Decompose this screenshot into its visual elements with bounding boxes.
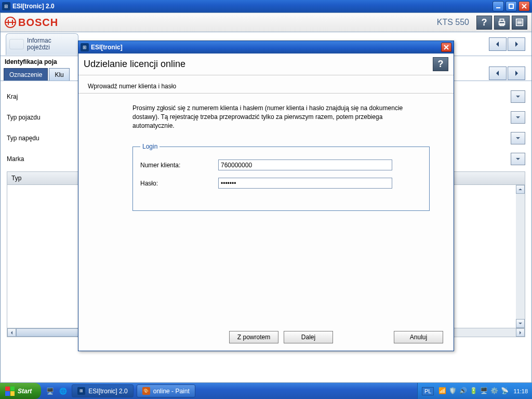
tray-icon[interactable]: 📶: [438, 387, 446, 395]
main-tab-prev[interactable]: [489, 37, 507, 51]
taskbar-task-esitronic[interactable]: ⊞ESI[tronic] 2.0: [72, 384, 133, 397]
header-bar: BOSCH KTS 550 ?: [1, 13, 531, 32]
bosch-wordmark: BOSCH: [18, 17, 58, 29]
login-fieldset: Login Numer klienta: Hasło:: [132, 143, 430, 211]
tray-icon[interactable]: 🖥️: [480, 387, 488, 395]
tray-icon[interactable]: ⚙️: [490, 387, 498, 395]
label-typ-napedu: Typ napędu: [7, 135, 74, 142]
task-label-0: ESI[tronic] 2.0: [88, 388, 127, 395]
scroll-up-icon[interactable]: [516, 185, 525, 194]
tab-vehicle-info-l1: Informac: [27, 37, 51, 44]
car-icon: [9, 39, 24, 49]
taskbar-task-paint[interactable]: 🎨online - Paint: [137, 384, 195, 397]
input-haslo[interactable]: [218, 178, 392, 189]
label-marka: Marka: [7, 155, 74, 163]
start-button[interactable]: Start: [0, 383, 41, 399]
type-list-vscroll[interactable]: [516, 185, 525, 328]
language-indicator[interactable]: PL: [422, 387, 434, 395]
dialog-button-row: Z powrotem Dalej Anuluj: [78, 331, 454, 343]
login-legend: Login: [140, 143, 159, 150]
dialog-subheading: Wprowadź numer klienta i hasło: [78, 75, 454, 94]
scroll-down-icon[interactable]: [516, 319, 525, 328]
svg-rect-2: [500, 19, 503, 22]
quicklaunch-desktop-icon[interactable]: 🖥️: [44, 385, 56, 397]
task-icon: 🎨: [142, 387, 150, 395]
windows-flag-icon: [5, 387, 15, 396]
tray-icon[interactable]: 📡: [501, 387, 509, 395]
next-button[interactable]: Dalej: [284, 331, 333, 343]
label-numer-klienta: Numer klienta:: [140, 162, 218, 169]
task-icon: ⊞: [77, 387, 85, 395]
dialog-header: Udzielanie licencji online ?: [78, 54, 454, 75]
dialog-instruction: Prosimy zgłosić się z numerem klienta i …: [78, 94, 454, 130]
menu-button[interactable]: [512, 16, 527, 30]
tray-icon[interactable]: 🛡️: [449, 387, 457, 395]
maximize-button[interactable]: [506, 1, 517, 11]
minimize-button[interactable]: [493, 1, 504, 11]
dialog-title: ESI[tronic]: [91, 44, 123, 51]
close-button[interactable]: [518, 1, 530, 11]
scroll-right-icon[interactable]: [516, 328, 525, 337]
input-numer-klienta[interactable]: [218, 159, 392, 170]
main-window-title: ESI[tronic] 2.0: [12, 3, 55, 10]
dialog-help-button[interactable]: ?: [433, 57, 448, 71]
cancel-button[interactable]: Anuluj: [394, 331, 443, 343]
tab-vehicle-info-l2: pojeździ: [27, 44, 50, 51]
device-label: KTS 550: [437, 18, 469, 27]
back-button[interactable]: Z powrotem: [229, 331, 278, 343]
label-kraj: Kraj: [7, 93, 74, 100]
app-icon: ⊞: [2, 2, 10, 10]
dropdown-typ-napedu[interactable]: [511, 132, 525, 144]
system-tray: PL 📶 🛡️ 🔊 🔋 🖥️ ⚙️ 📡 11:18: [417, 383, 532, 399]
help-button[interactable]: ?: [476, 16, 492, 30]
print-button[interactable]: [494, 16, 510, 30]
bosch-anchor-icon: [5, 17, 16, 28]
tray-icon[interactable]: 🔊: [459, 387, 467, 395]
dialog-heading: Udzielanie licencji online: [84, 59, 185, 70]
dialog-app-icon: ⊞: [81, 43, 89, 51]
start-label: Start: [18, 388, 32, 395]
main-tab-next[interactable]: [508, 37, 525, 51]
label-typ-pojazdu: Typ pojazdu: [7, 114, 74, 121]
tab-vehicle-info[interactable]: Informacpojeździ: [6, 33, 78, 55]
svg-rect-0: [509, 4, 513, 8]
label-haslo: Hasło:: [140, 180, 218, 187]
dialog-titlebar[interactable]: ⊞ ESI[tronic]: [78, 41, 454, 54]
task-label-1: online - Paint: [153, 388, 190, 395]
dropdown-kraj[interactable]: [511, 90, 525, 103]
taskbar: Start 🖥️ 🌐 ⊞ESI[tronic] 2.0 🎨online - Pa…: [0, 383, 532, 399]
clock[interactable]: 11:18: [513, 388, 528, 394]
license-dialog: ⊞ ESI[tronic] Udzielanie licencji online…: [78, 41, 454, 351]
dropdown-typ-pojazdu[interactable]: [511, 111, 525, 124]
sub-tab-prev[interactable]: [489, 66, 507, 80]
tray-icon[interactable]: 🔋: [470, 387, 477, 395]
main-titlebar[interactable]: ⊞ ESI[tronic] 2.0: [0, 0, 532, 12]
dialog-close-button[interactable]: [441, 43, 451, 52]
quicklaunch: 🖥️ 🌐: [44, 385, 69, 397]
quicklaunch-ie-icon[interactable]: 🌐: [57, 385, 69, 397]
dropdown-marka[interactable]: [511, 153, 525, 165]
subtab-oznaczenie[interactable]: Oznaczenie: [4, 68, 48, 81]
scroll-left-icon[interactable]: [7, 328, 16, 337]
bosch-logo: BOSCH: [5, 17, 58, 29]
subtab-klucz[interactable]: Klu: [49, 68, 69, 81]
sub-tab-next[interactable]: [508, 66, 525, 80]
